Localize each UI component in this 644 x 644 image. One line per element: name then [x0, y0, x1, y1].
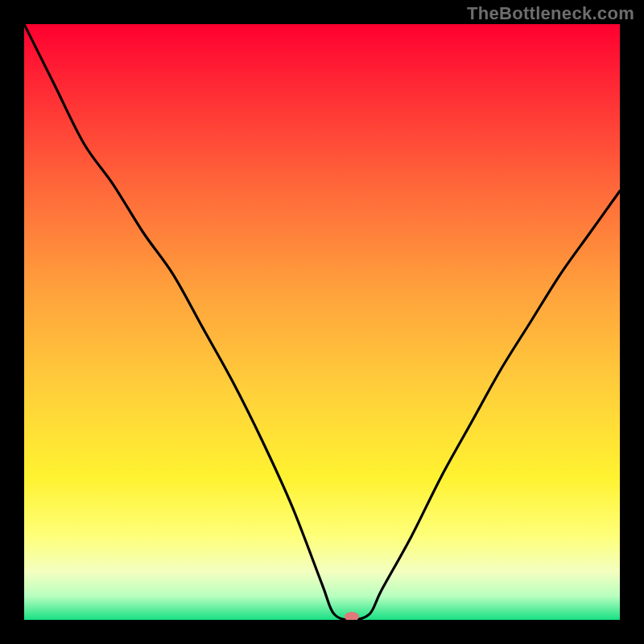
bottleneck-chart: [24, 24, 620, 620]
watermark-text: TheBottleneck.com: [467, 3, 634, 24]
chart-frame: TheBottleneck.com: [0, 0, 644, 644]
